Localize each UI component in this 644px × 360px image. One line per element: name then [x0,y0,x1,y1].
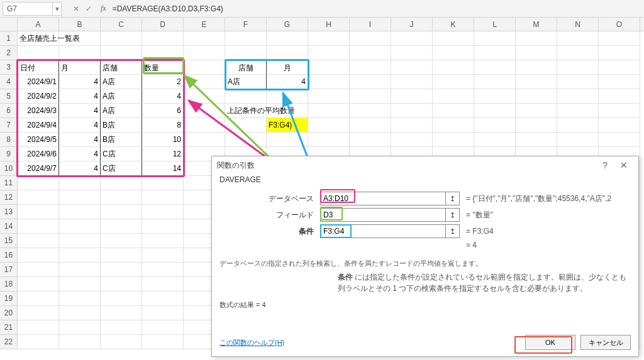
dialog-help-icon[interactable]: ? [596,160,614,170]
dialog-help-link[interactable]: この関数のヘルプ(H) [219,338,284,347]
row-header[interactable]: 2 [0,46,18,60]
row-header[interactable]: 18 [0,277,18,292]
cell[interactable] [267,89,308,104]
cell[interactable] [59,320,101,335]
row-header[interactable]: 20 [0,306,18,320]
cell[interactable] [184,75,225,89]
cell[interactable] [142,176,184,190]
cell[interactable]: 数量 [142,60,184,75]
cell[interactable] [516,118,557,133]
cell[interactable]: A店 [101,75,142,89]
col-header[interactable]: N [557,18,599,31]
cell[interactable] [391,118,433,133]
cell[interactable] [18,205,59,219]
cell[interactable] [433,133,474,147]
cell[interactable] [18,292,59,306]
cell[interactable] [308,89,350,104]
cell[interactable] [474,60,516,75]
cell[interactable] [142,46,184,60]
row-header[interactable]: 17 [0,263,18,277]
cell[interactable] [225,89,267,104]
range-select-icon[interactable]: ↥ [446,192,460,205]
cell[interactable] [308,104,350,118]
range-select-icon[interactable]: ↥ [446,208,460,222]
cell[interactable] [18,335,59,349]
cell[interactable] [142,234,184,248]
cell[interactable] [267,46,308,60]
cell[interactable] [433,118,474,133]
cell[interactable] [391,60,433,75]
cell[interactable] [59,292,101,306]
cell[interactable] [350,46,391,60]
cell[interactable]: 月 [59,60,101,75]
cell[interactable] [433,31,474,46]
cell[interactable] [142,190,184,205]
cell[interactable]: 12 [142,147,184,161]
cell[interactable] [350,31,391,46]
cell[interactable] [18,46,59,60]
cell[interactable] [184,46,225,60]
cell[interactable] [308,60,350,75]
cell[interactable] [350,133,391,147]
cell[interactable] [516,75,557,89]
row-header[interactable]: 15 [0,234,18,248]
cell[interactable]: A店 [101,104,142,118]
cell[interactable]: 6 [142,104,184,118]
cell[interactable]: C店 [101,161,142,176]
col-header[interactable]: H [308,18,350,31]
col-header[interactable]: A [18,18,59,31]
cell[interactable] [225,133,267,147]
cell[interactable] [101,46,142,60]
cell[interactable] [101,292,142,306]
ok-button[interactable]: OK [525,335,575,350]
cell[interactable] [59,335,101,349]
cell[interactable]: 月 [267,60,308,75]
cell[interactable] [557,118,599,133]
cell[interactable] [142,306,184,320]
cell[interactable] [350,89,391,104]
cell[interactable]: C店 [101,147,142,161]
col-header[interactable]: J [391,18,433,31]
cell[interactable]: 4 [59,133,101,147]
row-header[interactable]: 7 [0,118,18,133]
cell[interactable] [101,263,142,277]
arg-input-criteria[interactable] [320,224,446,238]
row-header[interactable]: 1 [0,31,18,46]
formula-input[interactable] [113,2,641,16]
cell[interactable] [59,234,101,248]
cell[interactable] [101,335,142,349]
cell[interactable]: 2024/9/1 [18,75,59,89]
row-header[interactable]: 19 [0,292,18,306]
cell[interactable] [474,118,516,133]
col-header[interactable]: E [184,18,225,31]
cell[interactable] [557,104,599,118]
col-header[interactable]: O [599,18,640,31]
cell[interactable] [225,46,267,60]
cell[interactable] [599,46,640,60]
accept-formula-icon[interactable]: ✓ [86,4,92,13]
cell[interactable] [142,335,184,349]
cell[interactable] [433,60,474,75]
cell[interactable] [59,31,101,46]
cell[interactable] [308,31,350,46]
cell[interactable] [557,46,599,60]
cell[interactable]: 4 [59,89,101,104]
cell[interactable] [225,118,267,133]
cell[interactable] [225,31,267,46]
row-header[interactable]: 16 [0,248,18,263]
cell[interactable] [433,75,474,89]
cell[interactable] [391,75,433,89]
cell[interactable] [18,176,59,190]
cell[interactable]: 2024/9/2 [18,89,59,104]
cell[interactable] [391,133,433,147]
cell[interactable]: 4 [59,161,101,176]
cell[interactable] [18,234,59,248]
cell[interactable]: 4 [142,89,184,104]
row-header[interactable]: 5 [0,89,18,104]
cell[interactable] [557,60,599,75]
cell[interactable] [308,46,350,60]
cell[interactable]: 2024/9/5 [18,133,59,147]
cell[interactable] [101,219,142,234]
cell[interactable] [433,104,474,118]
row-header[interactable]: 21 [0,320,18,335]
